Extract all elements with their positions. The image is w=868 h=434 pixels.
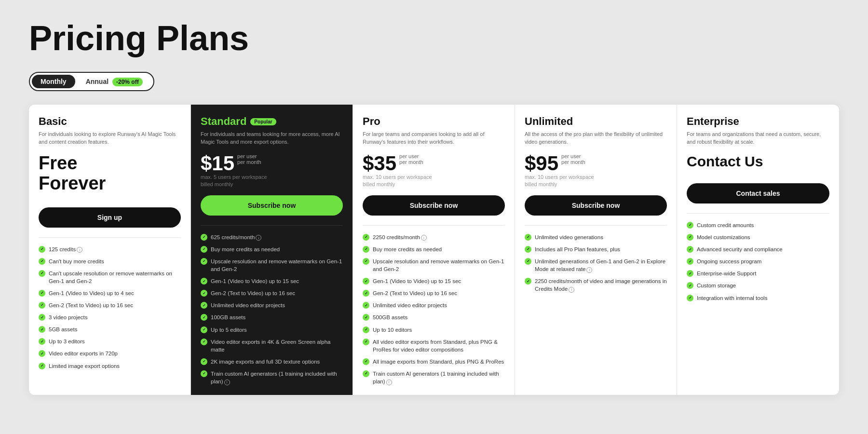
- billing-toggle[interactable]: Monthly Annual -20% off: [29, 72, 154, 91]
- feature-text: Unlimited video editor projects: [373, 301, 447, 309]
- cta-button-unlimited[interactable]: Subscribe now: [525, 195, 667, 216]
- feature-item: ✓ 100GB assets: [201, 313, 343, 321]
- feature-text: 100GB assets: [211, 313, 245, 321]
- price-subtitle: max. 10 users per workspacebilled monthl…: [525, 174, 667, 189]
- feature-item: ✓ Unlimited video generations: [525, 233, 667, 241]
- feature-item: ✓ Ongoing success program: [687, 258, 829, 265]
- feature-text: 2K image exports and full 3D texture opt…: [211, 358, 320, 366]
- plan-name: Unlimited: [525, 115, 573, 128]
- info-icon[interactable]: i: [256, 235, 261, 241]
- cta-button-pro[interactable]: Subscribe now: [363, 195, 505, 216]
- check-icon: ✓: [525, 246, 531, 253]
- info-icon[interactable]: i: [586, 267, 592, 273]
- feature-text: Up to 5 editors: [211, 326, 247, 334]
- plan-price: $15 per user per month: [201, 153, 343, 174]
- info-icon[interactable]: i: [421, 235, 427, 241]
- plan-desc: For teams and organizations that need a …: [687, 131, 829, 146]
- check-icon: ✓: [201, 246, 207, 253]
- feature-text: Train custom AI generators (1 training i…: [373, 370, 505, 385]
- plan-name: Enterprise: [687, 115, 739, 128]
- feature-text: 5GB assets: [49, 326, 77, 333]
- feature-item: ✓ Buy more credits as needed: [201, 245, 343, 253]
- check-icon: ✓: [687, 222, 693, 229]
- feature-text: Ongoing success program: [697, 258, 761, 265]
- plan-name-row: Standard Popular: [201, 115, 343, 128]
- feature-text: 625 credits/monthi: [211, 233, 261, 241]
- check-icon: ✓: [39, 363, 45, 369]
- plan-card-pro: Pro For large teams and companies lookin…: [353, 105, 515, 395]
- check-icon: ✓: [525, 278, 531, 285]
- check-icon: ✓: [363, 278, 369, 285]
- plan-name: Standard: [201, 115, 246, 128]
- feature-item: ✓ All image exports from Standard, plus …: [363, 358, 505, 366]
- check-icon: ✓: [363, 234, 369, 241]
- feature-item: ✓ Gen-2 (Text to Video) up to 16 sec: [363, 289, 505, 297]
- monthly-toggle[interactable]: Monthly: [32, 75, 75, 88]
- feature-text: Buy more credits as needed: [373, 245, 442, 253]
- check-icon: ✓: [39, 326, 45, 333]
- cta-button-enterprise[interactable]: Contact sales: [687, 183, 829, 203]
- cta-button-basic[interactable]: Sign up: [39, 207, 181, 228]
- info-icon[interactable]: i: [386, 380, 392, 385]
- feature-text: Unlimited video generations: [535, 233, 603, 241]
- feature-item: ✓ Gen-2 (Text to Video) up to 16 sec: [201, 289, 343, 297]
- info-icon[interactable]: i: [77, 247, 82, 253]
- feature-item: ✓ Custom credit amounts: [687, 221, 829, 229]
- price-meta: per user per month: [561, 153, 585, 167]
- check-icon: ✓: [687, 246, 693, 253]
- feature-item: ✓ Up to 5 editors: [201, 326, 343, 334]
- price-subtitle: max. 10 users per workspacebilled monthl…: [363, 174, 505, 189]
- feature-item: ✓ 500GB assets: [363, 313, 505, 321]
- feature-text: Gen-1 (Video to Video) up to 15 sec: [373, 277, 461, 285]
- feature-text: Buy more credits as needed: [211, 245, 280, 253]
- feature-item: ✓ Upscale resolution and remove watermar…: [201, 258, 343, 273]
- feature-text: Integration with internal tools: [697, 294, 767, 302]
- plan-price: Contact Us: [687, 153, 829, 170]
- feature-text: All image exports from Standard, plus PN…: [373, 358, 504, 366]
- feature-item: ✓ Train custom AI generators (1 training…: [201, 370, 343, 385]
- check-icon: ✓: [687, 295, 693, 301]
- feature-text: Limited image export options: [49, 362, 120, 370]
- check-icon: ✓: [201, 314, 207, 321]
- feature-text: Gen-1 (Video to Video) up to 15 sec: [211, 277, 299, 285]
- check-icon: ✓: [363, 290, 369, 297]
- check-icon: ✓: [363, 246, 369, 253]
- check-icon: ✓: [363, 370, 369, 377]
- info-icon[interactable]: i: [569, 287, 574, 293]
- cta-button-standard[interactable]: Subscribe now: [201, 195, 343, 216]
- feature-text: Unlimited video editor projects: [211, 301, 285, 309]
- check-icon: ✓: [39, 270, 45, 277]
- feature-item: ✓ Gen-1 (Video to Video) up to 15 sec: [201, 277, 343, 285]
- plan-name: Pro: [363, 115, 380, 128]
- divider: [687, 213, 829, 214]
- plan-desc: For large teams and companies looking to…: [363, 131, 505, 146]
- plan-name-row: Unlimited: [525, 115, 667, 128]
- check-icon: ✓: [201, 370, 207, 377]
- feature-item: ✓ Limited image export options: [39, 362, 181, 370]
- feature-item: ✓ 625 credits/monthi: [201, 233, 343, 241]
- feature-text: Up to 3 editors: [49, 338, 85, 345]
- feature-text: All video editor exports from Standard, …: [373, 338, 505, 353]
- check-icon: ✓: [363, 314, 369, 321]
- feature-item: ✓ Custom storage: [687, 282, 829, 289]
- feature-text: Gen-1 (Video to Video) up to 4 sec: [49, 289, 134, 297]
- plan-name-row: Basic: [39, 115, 181, 128]
- price-period: per month: [237, 159, 261, 165]
- check-icon: ✓: [363, 358, 369, 365]
- check-icon: ✓: [39, 290, 45, 297]
- features-list: ✓ 2250 credits/monthi ✓ Buy more credits…: [363, 233, 505, 385]
- feature-text: Up to 10 editors: [373, 326, 412, 334]
- feature-item: ✓ Gen-1 (Video to Video) up to 4 sec: [39, 289, 181, 297]
- check-icon: ✓: [525, 234, 531, 241]
- check-icon: ✓: [363, 302, 369, 309]
- check-icon: ✓: [201, 326, 207, 333]
- plan-card-enterprise: Enterprise For teams and organizations t…: [677, 105, 839, 395]
- check-icon: ✓: [363, 258, 369, 265]
- check-icon: ✓: [39, 246, 45, 253]
- plans-grid: Basic For individuals looking to explore…: [29, 105, 839, 395]
- annual-toggle[interactable]: Annual -20% off: [77, 75, 151, 88]
- info-icon[interactable]: i: [224, 380, 230, 385]
- feature-text: Can't upscale resolution or remove water…: [49, 270, 181, 285]
- feature-item: ✓ Unlimited video editor projects: [363, 301, 505, 309]
- feature-text: Custom storage: [697, 282, 736, 289]
